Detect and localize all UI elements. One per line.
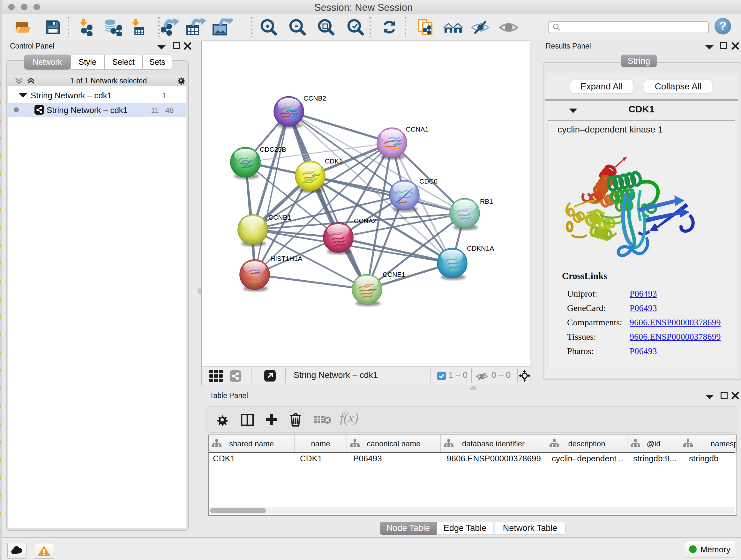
- svg-text:CDKN1A: CDKN1A: [467, 245, 494, 252]
- svg-text:CCNA1: CCNA1: [406, 125, 428, 133]
- svg-text:CDC25B: CDC25B: [260, 145, 286, 153]
- svg-text:CDK1: CDK1: [325, 158, 343, 165]
- svg-text:CDC6: CDC6: [419, 178, 437, 185]
- svg-text:CCNE1: CCNE1: [383, 271, 405, 278]
- svg-text:RB1: RB1: [480, 198, 493, 205]
- svg-text:?: ?: [719, 19, 726, 33]
- svg-text:CCNB2: CCNB2: [304, 95, 326, 102]
- svg-text:HIST1H1A: HIST1H1A: [270, 255, 302, 262]
- svg-text:CCNB1: CCNB1: [268, 213, 291, 221]
- svg-text:CCNA2: CCNA2: [354, 217, 377, 225]
